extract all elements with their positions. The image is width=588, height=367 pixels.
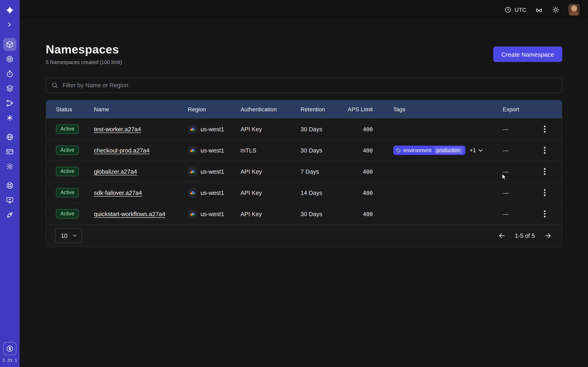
namespace-link[interactable]: checkout-prod.a27a4 [94, 147, 150, 154]
row-menu-button[interactable] [540, 208, 550, 220]
monitor-icon [6, 196, 14, 204]
app-root: 2.35.1 UTC [0, 0, 588, 367]
sidebar-item-batch[interactable] [3, 82, 16, 95]
sidebar-item-namespaces[interactable] [3, 38, 16, 51]
table-row: Active checkout-prod.a27a4 us-west1 mTLS… [46, 140, 562, 161]
auth-label: API Key [241, 168, 301, 175]
sidebar-item-schedules[interactable] [3, 67, 16, 80]
aps-limit-value: 400 [347, 126, 378, 132]
usage-button[interactable] [3, 342, 16, 355]
export-value: — [503, 211, 509, 217]
auth-label: mTLS [241, 147, 301, 154]
row-menu-button[interactable] [540, 187, 550, 198]
namespace-link[interactable]: sdk-failover.a27a4 [94, 189, 142, 196]
col-aps-limit: APS Limit [347, 106, 378, 113]
main-column: UTC Namespaces 5 Namespaces created (100… [20, 0, 588, 367]
status-badge: Active [56, 124, 79, 134]
retention-label: 7 Days [301, 168, 347, 175]
clock-icon [504, 6, 512, 13]
status-badge: Active [56, 209, 79, 218]
billing-card-icon [6, 148, 14, 156]
tag-icon [396, 148, 401, 153]
export-value: — [503, 189, 509, 196]
tag-overflow[interactable]: +1 [470, 147, 476, 153]
gcp-cloud-icon [188, 146, 197, 155]
target-icon [6, 55, 14, 63]
col-tags: Tags [393, 106, 503, 113]
sidebar-expand-button[interactable] [6, 21, 14, 29]
namespace-link[interactable]: test-worker.a27a4 [94, 126, 141, 132]
accessibility-button[interactable] [535, 6, 543, 14]
theme-toggle-button[interactable] [552, 6, 560, 14]
pagination-range: 1-5 of 5 [515, 233, 535, 239]
table-row: Active test-worker.a27a4 us-west1 API Ke… [46, 118, 562, 140]
settings-gear-icon [6, 162, 14, 170]
region-label: us-west1 [200, 126, 224, 132]
auth-label: API Key [241, 189, 301, 196]
region-label: us-west1 [200, 211, 224, 217]
export-value: — [503, 126, 509, 132]
namespaces-page: Namespaces 5 Namespaces created (100 lim… [20, 20, 588, 367]
sidebar-item-deployments[interactable] [3, 53, 16, 66]
col-retention: Retention [301, 106, 347, 113]
sidebar-item-regions[interactable] [3, 131, 16, 143]
table-header: Status Name Region Authentication Retent… [46, 100, 562, 118]
tag-key: environment [403, 147, 432, 153]
table-row: Active globalizer.a27a4 us-west1 API Key… [46, 161, 562, 182]
export-value: — [503, 147, 509, 154]
auth-label: API Key [241, 126, 301, 132]
retention-label: 30 Days [301, 126, 347, 132]
namespace-link[interactable]: quickstart-workflows.a27a4 [94, 211, 165, 217]
topbar: UTC [20, 0, 588, 20]
pagination: 1-5 of 5 [498, 232, 552, 240]
sidebar-item-getting-started[interactable] [3, 208, 16, 221]
next-page-button[interactable] [544, 232, 552, 240]
sidebar-item-settings[interactable] [3, 160, 16, 173]
page-subtitle: 5 Namespaces created (100 limit) [46, 59, 122, 65]
row-menu-button[interactable] [540, 123, 550, 135]
chevron-down-icon [72, 233, 78, 239]
create-namespace-button[interactable]: Create Namespace [493, 47, 562, 62]
workflow-branch-icon [6, 99, 14, 107]
timezone-selector[interactable]: UTC [504, 6, 526, 13]
col-name: Name [94, 106, 188, 113]
tag-value: production [434, 147, 463, 154]
support-lifebuoy-icon [6, 182, 14, 190]
namespaces-cube-icon [6, 40, 14, 49]
tag-chip[interactable]: environment production [393, 146, 466, 155]
globe-icon [6, 133, 14, 141]
filter-input[interactable] [46, 77, 562, 93]
prev-page-button[interactable] [498, 232, 506, 240]
aps-limit-value: 400 [347, 211, 378, 217]
table-row: Active sdk-failover.a27a4 us-west1 API K… [46, 182, 562, 203]
rocket-icon [6, 211, 14, 219]
page-size-select[interactable]: 10 [55, 228, 82, 243]
user-avatar[interactable] [568, 4, 580, 16]
page-size-value: 10 [61, 233, 67, 239]
row-menu-button[interactable] [540, 145, 550, 156]
sidebar-item-support[interactable] [3, 179, 16, 192]
retention-label: 30 Days [301, 211, 347, 217]
search-icon [51, 82, 58, 91]
sidebar-nav [3, 37, 16, 222]
gcp-cloud-icon [188, 167, 197, 176]
sidebar-item-billing[interactable] [3, 145, 16, 158]
sidebar-item-workflows[interactable] [3, 97, 16, 110]
gcp-cloud-icon [188, 188, 197, 197]
nexus-asterisk-icon [6, 114, 14, 122]
row-menu-button[interactable] [540, 166, 550, 177]
sidebar-item-nexus[interactable] [3, 111, 16, 124]
chevron-down-icon[interactable] [477, 147, 484, 154]
filter-bar [46, 77, 562, 93]
namespace-link[interactable]: globalizer.a27a4 [94, 168, 137, 175]
sidebar-item-docs[interactable] [3, 194, 16, 207]
table-row: Active quickstart-workflows.a27a4 us-wes… [46, 203, 562, 224]
aps-limit-value: 400 [347, 189, 378, 196]
aps-limit-value: 400 [347, 147, 378, 154]
status-badge: Active [56, 146, 79, 155]
gcp-cloud-icon [188, 209, 197, 218]
col-status: Status [56, 106, 94, 113]
col-export: Export [503, 106, 550, 113]
page-title: Namespaces [46, 41, 122, 58]
glasses-icon [535, 6, 543, 14]
